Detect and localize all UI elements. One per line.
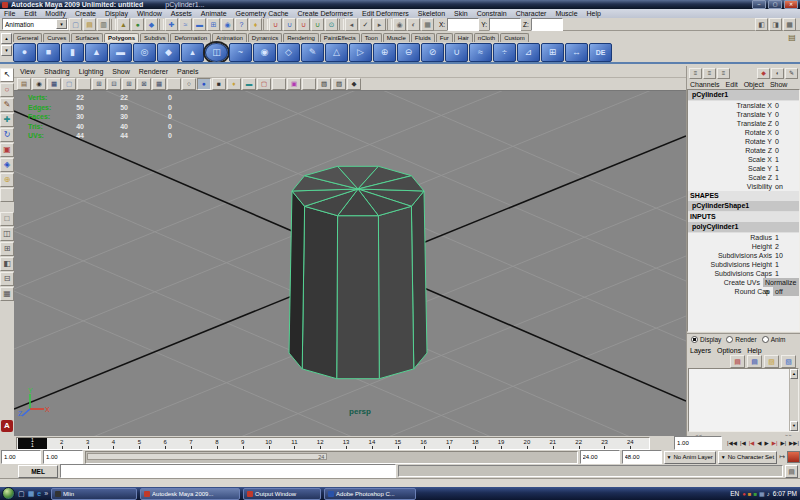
shelf-tab[interactable]: PaintEffects (320, 33, 360, 42)
playback-start-field[interactable] (43, 450, 83, 464)
move-tool[interactable]: ✚ (0, 113, 14, 127)
poly-plane-icon[interactable]: ▬ (109, 43, 132, 62)
channel-mute-icon[interactable]: ◐ (771, 68, 784, 79)
shelf-menu-arrow-icon[interactable]: ▾ (1, 45, 12, 56)
menu-item[interactable]: Modify (45, 10, 66, 17)
vp-menu[interactable]: Lighting (79, 68, 104, 75)
x-input[interactable] (447, 18, 479, 31)
mel-input[interactable] (60, 464, 396, 478)
poly-cylinder-mesh[interactable] (289, 166, 427, 378)
poly-prism-icon[interactable]: ◆ (157, 43, 180, 62)
snap-to-grids-icon[interactable]: ∪ (269, 18, 282, 31)
go-to-range-start-button[interactable]: |◀◀ (726, 438, 738, 448)
poly-cone-icon[interactable]: ▲ (85, 43, 108, 62)
z-input[interactable] (531, 18, 563, 31)
shelf-tab-toggle-icon[interactable]: ▴ (1, 33, 12, 44)
render-settings-icon[interactable]: ▦ (421, 18, 434, 31)
viewport-canvas[interactable]: Verts:22220 Edges:50500 Faces:30300 Tris… (14, 90, 686, 437)
shelf-tab[interactable]: General (13, 33, 42, 42)
select-mask-surfaces-icon[interactable]: ▬ (193, 18, 206, 31)
edit-layer-icon[interactable]: ▤ (730, 355, 745, 368)
combine-icon[interactable]: ⊕ (373, 43, 396, 62)
channel-row[interactable]: Scale Y1 (688, 164, 799, 173)
select-object-mode-icon[interactable]: ● (131, 18, 144, 31)
input-node-name[interactable]: polyCylinder1 (688, 222, 799, 233)
channel-row[interactable]: Round Capoff (688, 287, 799, 296)
y-input[interactable] (489, 18, 521, 31)
create-layer-from-selected-icon[interactable]: ▧ (781, 355, 796, 368)
shelf-tab[interactable]: Fluids (411, 33, 435, 42)
channel-stack-icon-2[interactable]: ≡ (703, 68, 716, 79)
poly-helix-icon[interactable]: ~ (229, 43, 252, 62)
character-set-selector[interactable]: ▼ No Character Set (718, 451, 777, 464)
tray-volume-icon[interactable]: ♪ (767, 489, 770, 499)
fcheck-icon[interactable]: ◆ (347, 78, 361, 90)
transform-node-name[interactable]: pCylinder1 (688, 90, 799, 101)
tray-update-icon[interactable]: ■ (748, 489, 752, 499)
universal-manipulator-tool[interactable]: ◈ (0, 158, 14, 172)
hypershade-layout-button[interactable]: ⊟ (0, 272, 14, 286)
append-polygon-icon[interactable]: ▷ (349, 43, 372, 62)
menu-item[interactable]: Muscle (555, 10, 577, 17)
window-switcher-icon[interactable]: ▦ (28, 488, 35, 499)
shelf-tab[interactable]: nCloth (474, 33, 499, 42)
single-pane-layout-button[interactable]: □ (0, 212, 14, 226)
image-plane-icon[interactable]: ▢ (62, 78, 76, 90)
output-connections-icon[interactable]: ▸ (373, 18, 386, 31)
chevron-down-icon[interactable]: ▼ (667, 454, 672, 460)
channel-row[interactable]: Create UVsNormalize a (688, 278, 799, 287)
step-forward-frame-button[interactable]: ▶| (779, 438, 787, 448)
render-current-frame-icon[interactable]: ◉ (393, 18, 406, 31)
channel-row[interactable]: Rotate X0 (688, 128, 799, 137)
animation-end-field[interactable] (622, 450, 662, 464)
shelf-tab[interactable]: Hair (454, 33, 473, 42)
time-slider-track[interactable]: 123456789101112131415161718192021222324 … (16, 437, 650, 450)
menu-item[interactable]: Display (105, 10, 128, 17)
menu-item[interactable]: Help (587, 10, 601, 17)
shape-node-name[interactable]: pCylinderShape1 (688, 201, 799, 212)
taskbar-button-output-window[interactable]: Output Window (243, 488, 321, 500)
channel-stack-icon-1[interactable]: ≡ (689, 68, 702, 79)
sculpt-geometry-icon[interactable]: ✎ (301, 43, 324, 62)
select-mask-rendering-icon[interactable]: ? (235, 18, 248, 31)
bookmark-icon[interactable]: ▦ (47, 78, 61, 90)
shelf-tab[interactable]: Animation (212, 33, 247, 42)
channel-row[interactable]: Scale X1 (688, 155, 799, 164)
shelf-tab[interactable]: Deformation (170, 33, 211, 42)
anim-radio[interactable]: Anim (762, 336, 786, 343)
menu-item[interactable]: Geometry Cache (236, 10, 289, 17)
scroll-up-icon[interactable]: ▲ (790, 369, 798, 379)
cb-menu[interactable]: Edit (726, 81, 738, 88)
menu-item[interactable]: Assets (171, 10, 192, 17)
snap-to-points-icon[interactable]: ∪ (297, 18, 310, 31)
animation-preferences-button[interactable] (787, 451, 800, 463)
selection-lock-icon[interactable]: ♦ (249, 18, 262, 31)
poly-platonic-solid-icon[interactable]: ◇ (277, 43, 300, 62)
gate-mask-icon[interactable]: ⊠ (137, 78, 151, 90)
layer-list[interactable]: ▲ ▼ (688, 368, 799, 432)
channel-row[interactable]: Scale Z1 (688, 173, 799, 182)
film-gate-icon[interactable]: ⊟ (107, 78, 121, 90)
poly-pipe-icon[interactable]: ◫ (205, 43, 228, 62)
channel-row[interactable]: Height2 (688, 242, 799, 251)
shelf-tab[interactable]: Dynamics (248, 33, 282, 42)
two-pane-layout-button[interactable]: ◫ (0, 227, 14, 241)
auto-keyframe-icon[interactable]: ↦ (779, 453, 785, 461)
new-scene-icon[interactable]: ▢ (69, 18, 82, 31)
construction-history-icon[interactable]: ✓ (359, 18, 372, 31)
field-chart-icon[interactable]: ▦ (152, 78, 166, 90)
playback-range-bar[interactable]: 24 (87, 453, 327, 460)
extract-icon[interactable]: ⊘ (421, 43, 444, 62)
shadows-icon[interactable]: ▬ (242, 78, 256, 90)
menu-item[interactable]: Edit (24, 10, 36, 17)
poly-soccer-ball-icon[interactable]: ◉ (253, 43, 276, 62)
current-frame-marker[interactable]: 1 1 (18, 438, 47, 449)
ipr-render-icon[interactable]: ◐ (407, 18, 420, 31)
channel-edit-icon[interactable]: ✎ (785, 68, 798, 79)
go-to-range-end-button[interactable]: ▶▶| (788, 438, 800, 448)
cb-menu[interactable]: Object (744, 81, 764, 88)
menu-item[interactable]: Skin (454, 10, 468, 17)
snap-to-planes-icon[interactable]: ∪ (311, 18, 324, 31)
last-tool[interactable] (0, 188, 14, 202)
shelf-tab[interactable]: Toon (361, 33, 382, 42)
